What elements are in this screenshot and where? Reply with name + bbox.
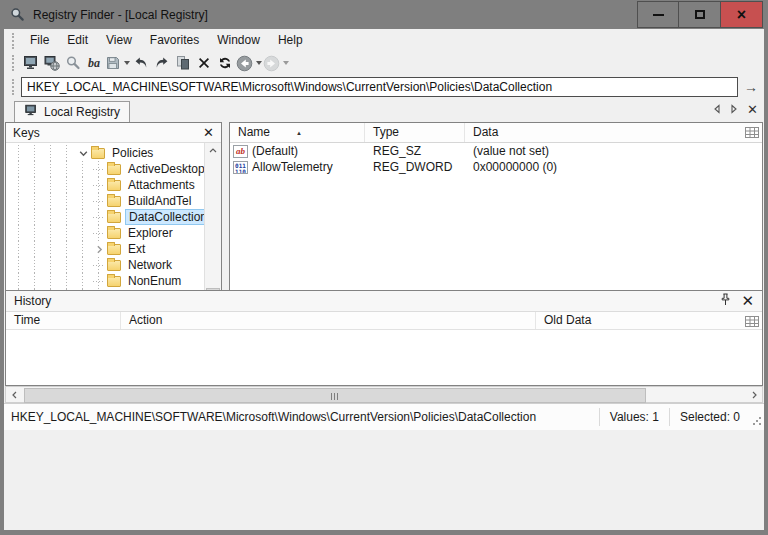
keys-panel-header: Keys ✕ — [6, 123, 221, 143]
address-bar: → — [4, 74, 764, 99]
menu-help[interactable]: Help — [269, 29, 312, 52]
address-input[interactable] — [21, 77, 738, 97]
paste-button[interactable] — [173, 53, 193, 73]
folder-icon — [91, 148, 105, 159]
close-button[interactable]: × — [721, 1, 763, 28]
menu-file[interactable]: File — [21, 29, 58, 52]
replace-icon: ba — [88, 56, 100, 71]
menu-edit[interactable]: Edit — [58, 29, 97, 52]
tree-item-attachments[interactable]: Attachments — [6, 177, 204, 193]
redo-icon — [154, 55, 170, 71]
tree-item-datacollection[interactable]: DataCollection — [6, 209, 204, 225]
column-header-time[interactable]: Time — [6, 312, 121, 329]
column-header-olddata[interactable]: Old Data — [536, 312, 762, 329]
tree-item-label[interactable]: Network — [125, 258, 175, 272]
go-arrow-icon[interactable]: → — [738, 79, 764, 95]
tree-guide-line — [43, 209, 59, 225]
menu-favorites[interactable]: Favorites — [141, 29, 208, 52]
addressbar-grip[interactable] — [12, 79, 15, 95]
tab-monitor-icon — [24, 104, 38, 120]
tree-item-network[interactable]: Network — [6, 257, 204, 273]
pin-icon[interactable] — [720, 293, 731, 309]
value-row--default-[interactable]: ab(Default)REG_SZ(value not set) — [230, 143, 762, 159]
tree-item-buildandtel[interactable]: BuildAndTel — [6, 193, 204, 209]
history-list — [6, 330, 762, 385]
tree-item-activedesktop[interactable]: ActiveDesktop — [6, 161, 204, 177]
maximize-button[interactable] — [679, 1, 721, 28]
tree-guide-line — [59, 241, 75, 257]
tab-close-icon[interactable]: ✕ — [747, 105, 758, 115]
folder-icon — [107, 244, 121, 255]
chevron-right-icon[interactable] — [91, 241, 107, 257]
tree-item-label[interactable]: Ext — [125, 242, 148, 256]
save-button[interactable] — [105, 53, 130, 73]
history-close-icon[interactable]: ✕ — [741, 295, 754, 307]
save-dropdown-caret-icon[interactable] — [124, 61, 130, 65]
scroll-right-icon[interactable] — [745, 387, 762, 402]
resize-grip[interactable] — [750, 404, 764, 430]
undo-button[interactable] — [131, 53, 151, 73]
tab-scroll-right-icon[interactable] — [730, 103, 738, 117]
window-title: Registry Finder - [Local Registry] — [33, 8, 208, 22]
remote-registry-button[interactable] — [42, 53, 62, 73]
folder-icon — [107, 212, 121, 223]
column-header-name[interactable]: Name ▲ — [230, 123, 365, 142]
keys-panel-close-icon[interactable]: ✕ — [203, 128, 214, 138]
status-path: HKEY_LOCAL_MACHINE\SOFTWARE\Microsoft\Wi… — [4, 410, 599, 424]
value-data: (value not set) — [465, 144, 762, 158]
menubar-grip[interactable] — [12, 33, 15, 49]
back-button[interactable] — [236, 53, 262, 73]
replace-button[interactable]: ba — [84, 53, 104, 73]
tree-guide-line — [43, 177, 59, 193]
menu-window[interactable]: Window — [208, 29, 269, 52]
tree-item-nonenum[interactable]: NonEnum — [6, 273, 204, 289]
tree-item-explorer[interactable]: Explorer — [6, 225, 204, 241]
tree-item-policies[interactable]: Policies — [6, 145, 204, 161]
folder-icon — [107, 196, 121, 207]
back-icon — [236, 55, 253, 72]
tree-guide-line — [75, 177, 91, 193]
toolbar-grip[interactable] — [12, 55, 15, 71]
find-button[interactable] — [63, 53, 83, 73]
minimize-button[interactable] — [637, 1, 679, 28]
forward-button[interactable] — [263, 53, 289, 73]
tree-item-label[interactable]: DataCollection — [125, 209, 204, 225]
forward-dropdown-caret-icon[interactable] — [283, 61, 289, 65]
back-dropdown-caret-icon[interactable] — [256, 61, 262, 65]
local-registry-button[interactable] — [21, 53, 41, 73]
tree-item-label[interactable]: Policies — [109, 146, 156, 160]
tree-guide-line — [43, 241, 59, 257]
value-name: (Default) — [252, 144, 298, 158]
refresh-button[interactable] — [215, 53, 235, 73]
scroll-left-icon[interactable] — [6, 387, 23, 402]
chevron-down-icon[interactable] — [75, 145, 91, 161]
column-header-data[interactable]: Data — [465, 123, 762, 142]
value-row-allowtelemetry[interactable]: 011110AllowTelemetryREG_DWORD0x00000000 … — [230, 159, 762, 175]
delete-button[interactable] — [194, 53, 214, 73]
tab-local-registry[interactable]: Local Registry — [14, 101, 130, 122]
tree-item-label[interactable]: ActiveDesktop — [125, 162, 204, 176]
sort-ascending-icon: ▲ — [296, 124, 302, 143]
column-chooser-grid-icon[interactable] — [745, 127, 759, 141]
column-header-type[interactable]: Type — [365, 123, 465, 142]
tree-item-label[interactable]: Attachments — [125, 178, 198, 192]
scroll-up-icon[interactable] — [205, 143, 221, 159]
redo-button[interactable] — [152, 53, 172, 73]
folder-icon — [107, 260, 121, 271]
column-header-action[interactable]: Action — [121, 312, 536, 329]
tree-item-label[interactable]: BuildAndTel — [125, 194, 194, 208]
history-horizontal-scrollbar[interactable] — [5, 386, 763, 403]
history-panel: History ✕ Time Action Old Data — [5, 290, 763, 386]
column-chooser-grid-icon[interactable] — [745, 316, 759, 330]
tree-guide-line — [59, 161, 75, 177]
menu-view[interactable]: View — [97, 29, 141, 52]
forward-icon — [263, 55, 280, 72]
tree-guide-line — [11, 145, 27, 161]
tree-item-label[interactable]: Explorer — [125, 226, 176, 240]
tab-scroll-left-icon[interactable] — [713, 103, 721, 117]
registry-finder-window: Registry Finder - [Local Registry] × Fil… — [0, 0, 768, 535]
tree-item-ext[interactable]: Ext — [6, 241, 204, 257]
history-hscroll-thumb[interactable] — [24, 388, 646, 403]
tree-guide-line — [59, 273, 75, 289]
tree-item-label[interactable]: NonEnum — [125, 274, 184, 288]
